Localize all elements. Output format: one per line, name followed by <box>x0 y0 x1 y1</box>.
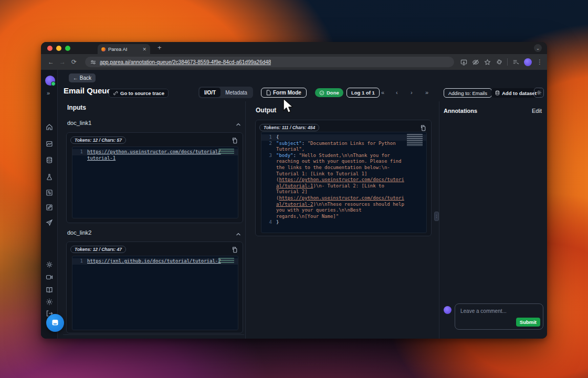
inputs-section-title: Inputs <box>67 104 86 111</box>
input-code-editor[interactable]: 1https://jxnl.github.io/docs/tutorial/tu… <box>72 256 238 330</box>
view-tabs: I/O/T Metadata <box>198 87 253 98</box>
chat-bubble-icon <box>51 319 59 327</box>
submit-comment-button[interactable]: Submit <box>516 318 540 327</box>
editor-minimap <box>218 149 234 154</box>
annotate-icon[interactable] <box>46 204 53 211</box>
desktop: { "browser": { "tab_title": "Parea AI", … <box>0 0 588 378</box>
copy-icon[interactable] <box>232 246 237 255</box>
editor-minimap <box>407 134 423 146</box>
log-counter-button[interactable]: Log 1 of 1 <box>346 88 380 98</box>
page-title: Email Queue <box>64 86 111 95</box>
form-mode-button[interactable]: Form Mode <box>261 88 307 98</box>
go-to-source-trace-button[interactable]: Go to source trace <box>109 89 169 98</box>
browser-tab[interactable]: Parea AI ✕ <box>98 44 150 54</box>
browser-toolbar: ← → ⟳ app.parea.ai/annotation-queue/2c38… <box>41 54 547 70</box>
new-tab-button[interactable]: + <box>158 44 162 51</box>
browser-reload-button[interactable]: ⟳ <box>69 58 79 66</box>
pager-prev-button[interactable]: ‹ <box>396 89 398 96</box>
eye-off-icon[interactable] <box>472 59 479 66</box>
comment-avatar <box>444 306 452 314</box>
input-card: Tokens: 12 / Chars: 57 1https://python.u… <box>66 132 243 223</box>
pager-next-button[interactable]: › <box>411 89 413 96</box>
minimize-window-button[interactable] <box>56 46 61 51</box>
input-code-editor[interactable]: 1https://python.useinstructor.com/docs/t… <box>72 146 238 218</box>
reading-list-icon[interactable] <box>512 59 519 65</box>
user-avatar[interactable] <box>45 76 55 86</box>
queue-settings-button[interactable] <box>534 88 544 98</box>
address-bar[interactable]: app.parea.ai/annotation-queue/2c384673-8… <box>85 57 454 67</box>
docs-book-icon[interactable] <box>46 286 53 293</box>
pager-last-button[interactable]: » <box>425 89 428 96</box>
zoom-window-button[interactable] <box>65 46 70 51</box>
extensions-icon[interactable] <box>496 59 502 66</box>
browser-back-button[interactable]: ← <box>46 58 56 66</box>
copy-icon[interactable] <box>232 136 237 146</box>
tokens-badge: Tokens: 12 / Chars: 47 <box>70 246 126 253</box>
input-field-label: doc_link2 <box>67 229 91 236</box>
input-card: Tokens: 12 / Chars: 47 1https://jxnl.git… <box>66 242 243 333</box>
adding-to-emails-button[interactable]: Adding to: Emails <box>444 88 492 98</box>
mouse-cursor <box>281 98 295 114</box>
videos-icon[interactable] <box>46 274 53 281</box>
document-icon <box>266 90 271 96</box>
site-settings-icon[interactable] <box>90 59 96 65</box>
tokens-badge: Tokens: 111 / Chars: 454 <box>259 124 319 131</box>
close-window-button[interactable] <box>47 46 52 51</box>
pager-first-button[interactable]: « <box>381 89 384 96</box>
experiments-icon[interactable] <box>46 173 53 181</box>
add-to-dataset-button[interactable]: Add to dataset <box>491 88 540 98</box>
collapse-chevron-icon[interactable] <box>236 119 241 129</box>
annotations-section-title: Annotations <box>444 108 477 114</box>
tab-title: Parea AI <box>108 46 140 52</box>
settings-gear-icon[interactable] <box>46 261 53 268</box>
tab-iot[interactable]: I/O/T <box>200 88 220 97</box>
comment-box: Submit <box>455 303 543 330</box>
editor-minimap <box>218 258 234 263</box>
tokens-badge: Tokens: 12 / Chars: 57 <box>70 136 126 144</box>
datasets-icon[interactable] <box>46 156 53 164</box>
home-icon[interactable] <box>46 123 53 131</box>
tab-close-icon[interactable]: ✕ <box>142 47 146 52</box>
browser-tabstrip: Parea AI ✕ + ⌄ <box>41 42 547 54</box>
compare-icon[interactable] <box>46 189 53 196</box>
input-field-label: doc_link1 <box>67 120 91 126</box>
tab-search-button[interactable]: ⌄ <box>534 44 542 52</box>
gear-icon <box>536 90 542 96</box>
check-circle-icon <box>319 90 324 96</box>
chat-widget-button[interactable] <box>46 314 64 332</box>
browser-menu-icon[interactable]: ⋮ <box>537 58 542 66</box>
toolbar-divider <box>507 58 508 66</box>
deploy-icon[interactable] <box>46 219 53 226</box>
url-text: app.parea.ai/annotation-queue/2c384673-8… <box>100 59 271 65</box>
collapse-chevron-icon[interactable] <box>236 229 241 238</box>
tab-favicon-icon <box>101 47 106 51</box>
send-to-device-icon[interactable] <box>460 59 467 66</box>
back-button[interactable]: ← Back <box>69 74 96 82</box>
link-icon <box>113 91 118 96</box>
output-section-title: Output <box>256 107 276 114</box>
database-icon <box>495 90 500 96</box>
theme-sun-icon[interactable] <box>46 298 53 306</box>
traces-icon[interactable] <box>46 140 53 148</box>
done-button[interactable]: Done <box>315 88 343 97</box>
edit-annotations-button[interactable]: Edit <box>532 108 542 114</box>
panel-resize-handle[interactable]: ⋮ <box>434 212 439 221</box>
tab-metadata[interactable]: Metadata <box>220 88 252 97</box>
inputs-output-divider <box>245 101 246 339</box>
browser-window: Parea AI ✕ + ⌄ ← → ⟳ app.parea.ai/annota… <box>41 42 547 339</box>
sidebar-expand-icon[interactable]: » <box>47 90 50 96</box>
output-annotations-divider <box>439 101 439 339</box>
browser-profile-avatar[interactable] <box>524 58 532 66</box>
app-sidebar: » <box>41 70 58 339</box>
inputs-bottom-divider <box>63 334 244 335</box>
bookmark-star-icon[interactable] <box>484 59 491 66</box>
traffic-lights <box>47 46 70 51</box>
output-card: Tokens: 111 / Chars: 454 1{2"subject": "… <box>255 120 432 236</box>
output-code-editor[interactable]: 1{2"subject": "Documentation Links for P… <box>261 132 427 233</box>
browser-forward-button[interactable]: → <box>58 58 67 66</box>
toolbar-actions: ⋮ <box>460 58 542 66</box>
